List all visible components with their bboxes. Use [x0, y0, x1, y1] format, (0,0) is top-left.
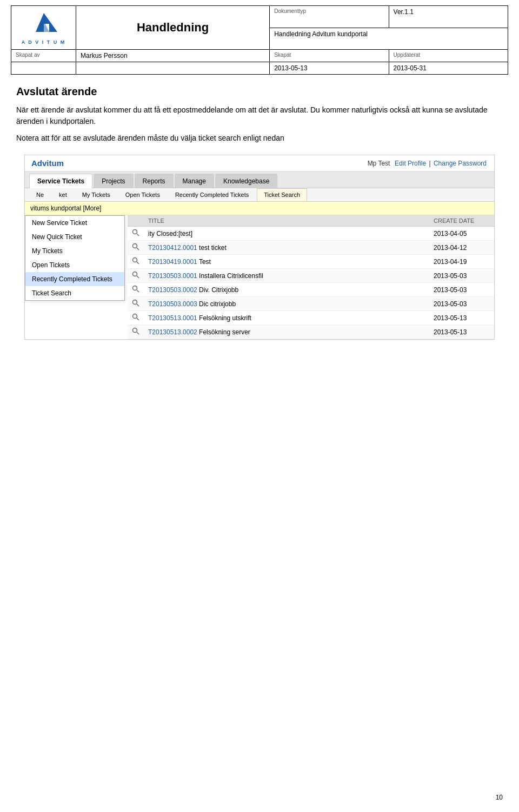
- doc-title-cell: Handledning: [76, 6, 270, 50]
- sub-nav-item-1[interactable]: ket: [52, 188, 74, 201]
- updated-label-cell: Uppdaterat: [389, 50, 508, 62]
- ticket-title: Test: [199, 258, 211, 266]
- app-topbar: Advitum Mp Test Edit Profile | Change Pa…: [25, 155, 494, 171]
- search-icon: [132, 257, 139, 265]
- row-title-cell: T20130503.0001 Installera Citrixlicensfi…: [144, 269, 429, 283]
- page-number: 10: [496, 794, 503, 801]
- sub-nav-item-4[interactable]: Recently Completed Tickets: [168, 188, 256, 201]
- th-icon: [128, 215, 144, 227]
- row-title-cell: ity Closed:[test]: [144, 227, 429, 241]
- change-password-link[interactable]: Change Password: [434, 160, 487, 167]
- section-title: Avslutat ärende: [16, 85, 503, 98]
- ticket-title: Installera Citrixlicensfil: [199, 272, 263, 280]
- sub-nav: NeketMy TicketsOpen TicketsRecently Comp…: [25, 188, 494, 202]
- row-title-cell: T20130419.0001 Test: [144, 255, 429, 269]
- app-user: Mp Test: [368, 160, 390, 167]
- logo-cell: A D V I T U M: [11, 6, 76, 50]
- row-icon-cell: [128, 325, 144, 339]
- data-table: TITLE CREATE DATE ity Closed:[test]2013-…: [128, 215, 494, 339]
- main-nav-item-reports[interactable]: Reports: [135, 174, 174, 188]
- app-logo: Advitum: [31, 159, 64, 168]
- created-by-label-cell: Skapat av: [11, 50, 76, 62]
- main-nav-item-knowledgebase[interactable]: Knowledgebase: [215, 174, 277, 188]
- row-title-cell: T20130412.0001 test ticket: [144, 241, 429, 255]
- ticket-id-link[interactable]: T20130412.0001: [148, 244, 197, 252]
- doc-name-cell: Handledning Advitum kundportal: [270, 28, 508, 50]
- row-icon-cell: [128, 283, 144, 297]
- dropdown-item-4[interactable]: Recently Completed Tickets: [25, 272, 124, 286]
- ticket-id-link[interactable]: T20130503.0003: [148, 300, 197, 308]
- search-icon: [132, 313, 139, 321]
- row-date-cell: 2013-05-13: [429, 325, 494, 339]
- page-content: Avslutat ärende När ett ärende är avslut…: [0, 75, 519, 351]
- updated-date: 2013-05-31: [394, 64, 503, 72]
- row-date-cell: 2013-05-03: [429, 269, 494, 283]
- doc-type-label: Dokumenttyp: [274, 8, 384, 14]
- doc-name: Handledning Advitum kundportal: [274, 30, 503, 38]
- sub-nav-item-2[interactable]: My Tickets: [75, 188, 117, 201]
- svg-line-5: [137, 248, 139, 250]
- doc-version-cell: Ver.1.1: [389, 6, 508, 28]
- ticket-title: Dic citrixjobb: [199, 300, 236, 308]
- row-icon-cell: [128, 255, 144, 269]
- ticket-title: test ticket: [199, 244, 227, 252]
- row-icon-cell: [128, 269, 144, 283]
- table-row: T20130503.0002 Div. Citrixjobb2013-05-03: [128, 283, 494, 297]
- th-date: CREATE DATE: [429, 215, 494, 227]
- search-icon: [132, 327, 139, 335]
- sub-nav-item-5[interactable]: Ticket Search: [257, 188, 307, 201]
- svg-line-7: [137, 262, 139, 264]
- table-area: TITLE CREATE DATE ity Closed:[test]2013-…: [128, 215, 494, 339]
- ticket-id-link[interactable]: T20130503.0002: [148, 286, 197, 294]
- created-date-cell: 2013-05-13: [270, 62, 389, 75]
- svg-line-9: [137, 276, 139, 278]
- created-by-label: Skapat av: [16, 52, 71, 58]
- row-title-cell: T20130513.0002 Felsökning server: [144, 325, 429, 339]
- edit-profile-link[interactable]: Edit Profile: [395, 160, 426, 167]
- app-screenshot: Advitum Mp Test Edit Profile | Change Pa…: [24, 155, 495, 340]
- row-icon-cell: [128, 311, 144, 325]
- table-header: TITLE CREATE DATE: [128, 215, 494, 227]
- ticket-title: Div. Citrixjobb: [199, 286, 238, 294]
- yellow-bar-text: vitums kundportal [More]: [30, 204, 101, 212]
- sub-nav-item-3[interactable]: Open Tickets: [118, 188, 167, 201]
- search-icon: [132, 299, 139, 307]
- search-icon: [132, 271, 139, 279]
- main-nav-item-projects[interactable]: Projects: [94, 174, 133, 188]
- search-icon: [132, 229, 139, 236]
- dropdown-item-5[interactable]: Ticket Search: [25, 286, 124, 300]
- sub-nav-item-0[interactable]: Ne: [29, 188, 51, 201]
- dropdown-item-1[interactable]: New Quick Ticket: [25, 230, 124, 244]
- created-by-value: Markus Persson: [81, 52, 265, 60]
- ticket-id-link[interactable]: T20130503.0001: [148, 272, 197, 280]
- advitum-logo-svg: [19, 10, 68, 37]
- row-date-cell: 2013-04-19: [429, 255, 494, 269]
- ticket-id-link[interactable]: T20130513.0002: [148, 328, 197, 336]
- svg-point-4: [133, 244, 137, 248]
- created-date: 2013-05-13: [274, 64, 384, 72]
- main-nav-item-service-tickets[interactable]: Service Tickets: [29, 174, 92, 188]
- doc-title: Handledning: [137, 21, 209, 34]
- paragraph1: När ett ärende är avslutat kommer du att…: [16, 104, 503, 127]
- dropdown-item-3[interactable]: Open Tickets: [25, 258, 124, 272]
- table-row: T20130419.0001 Test2013-04-19: [128, 255, 494, 269]
- main-nav: Service TicketsProjectsReportsManageKnow…: [25, 171, 494, 188]
- svg-point-12: [133, 300, 137, 305]
- dropdown-item-0[interactable]: New Service Ticket: [25, 216, 124, 230]
- dropdown-menu: New Service TicketNew Quick TicketMy Tic…: [25, 215, 125, 301]
- svg-line-17: [137, 332, 139, 334]
- main-nav-item-manage[interactable]: Manage: [175, 174, 214, 188]
- ticket-title: Felsökning utskrift: [199, 314, 251, 322]
- dropdown-item-2[interactable]: My Tickets: [25, 244, 124, 258]
- table-row: ity Closed:[test]2013-04-05: [128, 227, 494, 241]
- yellow-bar: vitums kundportal [More]: [25, 202, 494, 215]
- doc-header-table: A D V I T U M Handledning Dokumenttyp Ve…: [11, 5, 508, 75]
- ticket-id-link[interactable]: T20130419.0001: [148, 258, 197, 266]
- th-title: TITLE: [144, 215, 429, 227]
- table-body: ity Closed:[test]2013-04-05T20130412.000…: [128, 227, 494, 339]
- ticket-id-link[interactable]: T20130513.0001: [148, 314, 197, 322]
- empty-cell2: [76, 62, 270, 75]
- row-date-cell: 2013-04-12: [429, 241, 494, 255]
- note-text: Notera att för att se avslutade ärenden …: [16, 133, 503, 144]
- separator: |: [429, 160, 430, 167]
